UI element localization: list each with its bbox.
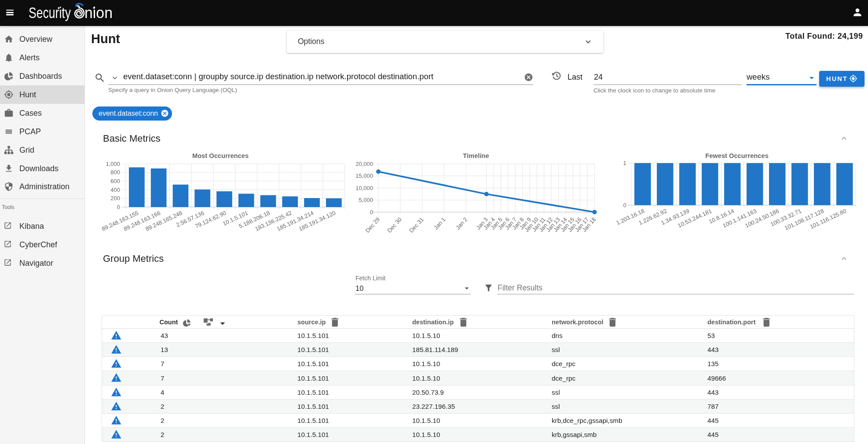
svg-text:200: 200 <box>110 195 120 202</box>
svg-text:1,000: 1,000 <box>106 161 120 167</box>
svg-text:nion: nion <box>84 4 113 21</box>
svg-text:Jan 1: Jan 1 <box>432 216 447 231</box>
svg-text:15,000: 15,000 <box>355 172 373 179</box>
svg-text:Most Occurrences: Most Occurrences <box>192 152 249 159</box>
svg-text:600: 600 <box>110 178 120 184</box>
svg-text:400: 400 <box>110 187 120 193</box>
svg-text:1: 1 <box>623 160 626 166</box>
svg-text:Dec 30: Dec 30 <box>386 216 403 234</box>
svg-text:0: 0 <box>370 209 373 216</box>
svg-text:5,000: 5,000 <box>359 197 373 203</box>
svg-text:0: 0 <box>117 204 120 210</box>
svg-text:Jan 2: Jan 2 <box>454 216 469 231</box>
svg-text:Dec 29: Dec 29 <box>364 216 381 234</box>
svg-text:10,000: 10,000 <box>355 185 373 191</box>
svg-text:Dec 31: Dec 31 <box>408 216 425 234</box>
svg-text:20,000: 20,000 <box>355 161 373 167</box>
svg-text:Fewest Occurrences: Fewest Occurrences <box>705 152 769 159</box>
svg-text:0: 0 <box>623 202 626 209</box>
svg-text:800: 800 <box>110 169 120 176</box>
svg-text:Security: Security <box>29 4 71 21</box>
svg-text:Timeline: Timeline <box>463 152 489 159</box>
